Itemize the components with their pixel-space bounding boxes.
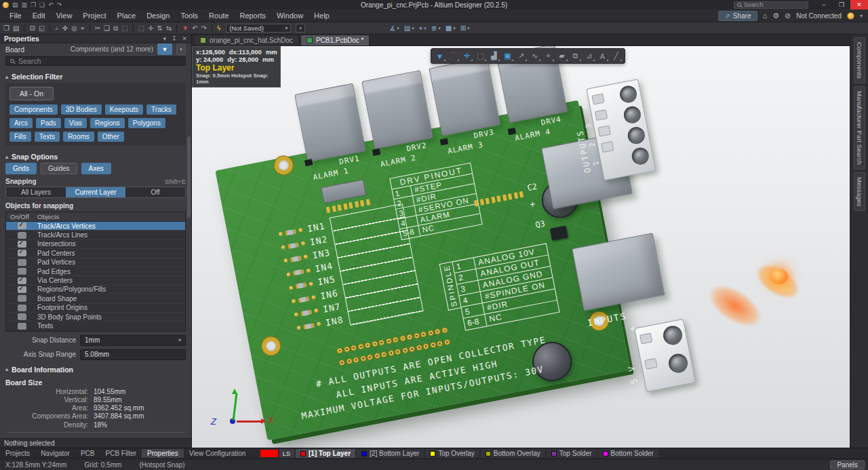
filter-icon[interactable]: ▼ <box>157 43 172 55</box>
open-icon[interactable]: ❐ <box>31 1 36 8</box>
table-row[interactable]: Pad Centers <box>6 249 185 258</box>
layer-sets-icon[interactable]: ▩ <box>445 24 452 33</box>
move-icon[interactable]: ✛ <box>461 50 473 62</box>
menu-item[interactable]: Route <box>203 10 234 21</box>
checkbox[interactable] <box>18 232 26 239</box>
chevron-down-icon[interactable]: ▾ <box>163 35 166 42</box>
section-snap-options[interactable]: ▴ Snap Options <box>0 150 191 163</box>
minimize-button[interactable]: – <box>815 0 833 9</box>
checkbox[interactable] <box>18 259 26 266</box>
maximize-button[interactable]: ❐ <box>833 0 850 9</box>
menu-item[interactable]: Project <box>77 10 111 21</box>
place-component-icon[interactable]: ▣ <box>502 50 513 62</box>
menu-item[interactable]: View <box>51 10 78 21</box>
checkbox[interactable] <box>18 295 26 302</box>
table-row[interactable]: Texts <box>6 321 185 330</box>
menu-item[interactable]: Window <box>271 10 309 21</box>
divider[interactable] <box>50 24 50 33</box>
filter-button[interactable]: Polygons <box>128 118 165 128</box>
filter-button[interactable]: Regions <box>90 118 125 128</box>
layer-tab[interactable]: Bottom Solder <box>598 449 658 458</box>
measure-icon[interactable]: ▟ <box>488 50 500 62</box>
chevron-down-icon[interactable]: ▾ <box>467 26 470 31</box>
layer-mode-option[interactable]: All Layers <box>6 187 66 197</box>
table-row[interactable]: Pad Vertices <box>6 258 185 267</box>
layer-tab[interactable]: [1] Top Layer <box>296 449 355 458</box>
section-board-information[interactable]: ▴ Board Information <box>0 363 191 376</box>
filter-button[interactable]: Tracks <box>146 104 176 115</box>
panel-tab[interactable]: Properties <box>142 449 184 458</box>
filter-icon[interactable]: ▼ <box>434 50 446 62</box>
layer-tab[interactable]: Bottom Overlay <box>481 449 545 458</box>
checkbox[interactable] <box>18 323 26 330</box>
paste-special-icon[interactable]: ⬚ <box>121 24 128 33</box>
align-v-icon[interactable]: ⇅ <box>156 24 163 33</box>
line-icon[interactable]: ╱ <box>610 50 622 62</box>
chevron-down-icon[interactable]: ▾ <box>397 26 399 31</box>
pcb-board[interactable]: DRV1DRV2DRV3DRV4 ALARM 1ALARM 2ALARM 3AL… <box>215 100 630 441</box>
route-icon[interactable]: ↗ <box>515 50 527 62</box>
table-row[interactable]: Regions/Polygons/Fills <box>6 286 185 294</box>
panel-tab[interactable]: Navigator <box>35 449 75 458</box>
panels-button[interactable]: Panels <box>830 461 865 469</box>
filter-button[interactable]: Components <box>9 104 58 115</box>
panel-tab[interactable]: View Configuration <box>184 449 252 458</box>
panel-tab[interactable]: Manufacturer Part Search <box>854 86 865 170</box>
checkbox[interactable] <box>18 250 26 256</box>
save-all-icon[interactable]: ▥ <box>22 1 28 8</box>
select-area-icon[interactable]: ⬚ <box>138 24 145 33</box>
connection-status[interactable]: Not Connected <box>796 12 842 20</box>
table-row[interactable]: Board Shape <box>6 294 185 303</box>
layer-stack-icon[interactable]: ▤ <box>403 24 411 33</box>
snap-magnet-icon[interactable]: ⌒ <box>448 50 459 62</box>
panel-tab[interactable]: PCB Filter <box>100 449 142 458</box>
home-icon[interactable]: ⌂ <box>763 12 768 20</box>
copy-icon[interactable]: ❏ <box>103 24 111 33</box>
find-similar-icon[interactable]: ⌖ <box>418 24 424 33</box>
divider[interactable] <box>24 24 24 33</box>
filter-button[interactable]: Rooms <box>63 132 94 142</box>
titlebar-search-input[interactable]: Search <box>734 1 808 9</box>
chevron-down-icon[interactable]: ▾ <box>438 26 441 31</box>
panel-tab[interactable]: Projects <box>0 449 35 458</box>
measure-icon[interactable]: ∡ <box>389 24 396 33</box>
save-icon[interactable]: ▤ <box>12 1 18 8</box>
menu-item[interactable]: Place <box>112 10 142 21</box>
layer-tab[interactable]: [2] Bottom Layer <box>357 449 424 458</box>
axis-snap-range-input[interactable]: 5.08mm <box>80 349 186 360</box>
print-preview-icon[interactable]: ◱ <box>38 24 45 33</box>
chevron-down-icon[interactable]: ▾ <box>412 26 414 31</box>
pcb-3d-viewport[interactable]: x:128,500dx:113,000mm y: 24,000dy: 28,00… <box>192 46 850 448</box>
filter-button[interactable]: Keepouts <box>105 104 143 115</box>
filter-scope[interactable]: Components (and 12 more) <box>71 45 153 53</box>
layer-mode-option[interactable]: Off <box>125 187 185 197</box>
layer-set-swatch[interactable] <box>260 450 278 457</box>
table-row[interactable]: Footprint Origins <box>6 304 185 313</box>
table-row[interactable]: Via Centers <box>6 276 185 285</box>
section-selection-filter[interactable]: ▴ Selection Filter <box>0 70 191 83</box>
layer-mode-option[interactable]: Current Layer <box>66 187 125 197</box>
panel-tab[interactable]: Messages <box>854 172 865 211</box>
table-row[interactable]: Track/Arcs Vertices <box>6 222 185 231</box>
chevron-down-icon[interactable]: ▾ <box>453 26 456 31</box>
filter-button[interactable]: Other <box>98 132 124 142</box>
open-project-icon[interactable]: ❏ <box>39 1 45 8</box>
divider[interactable] <box>90 24 90 33</box>
pad-icon[interactable]: ▰ <box>556 50 568 62</box>
menu-item[interactable]: Design <box>141 10 175 21</box>
properties-search-input[interactable]: Search <box>5 56 186 66</box>
filter-button[interactable]: Texts <box>35 132 60 142</box>
saved-state-dropdown[interactable]: (Not Saved) ▾ <box>226 24 291 33</box>
checkbox[interactable] <box>18 305 26 311</box>
layer-set-label[interactable]: LS <box>279 449 294 458</box>
checkbox[interactable] <box>18 268 26 275</box>
all-on-button[interactable]: All - On <box>9 87 54 100</box>
print-icon[interactable]: ⊟ <box>28 24 35 33</box>
snap-toggle[interactable]: Grids <box>5 163 37 174</box>
menu-item[interactable]: Edit <box>27 10 51 21</box>
checkbox[interactable] <box>18 241 26 248</box>
select-area-icon[interactable]: ⬚ <box>475 50 486 62</box>
snap-toggle[interactable]: Axes <box>81 163 111 174</box>
run-script-icon[interactable]: ϟ <box>216 24 221 33</box>
chevron-down-icon[interactable]: ▾ <box>424 26 427 31</box>
